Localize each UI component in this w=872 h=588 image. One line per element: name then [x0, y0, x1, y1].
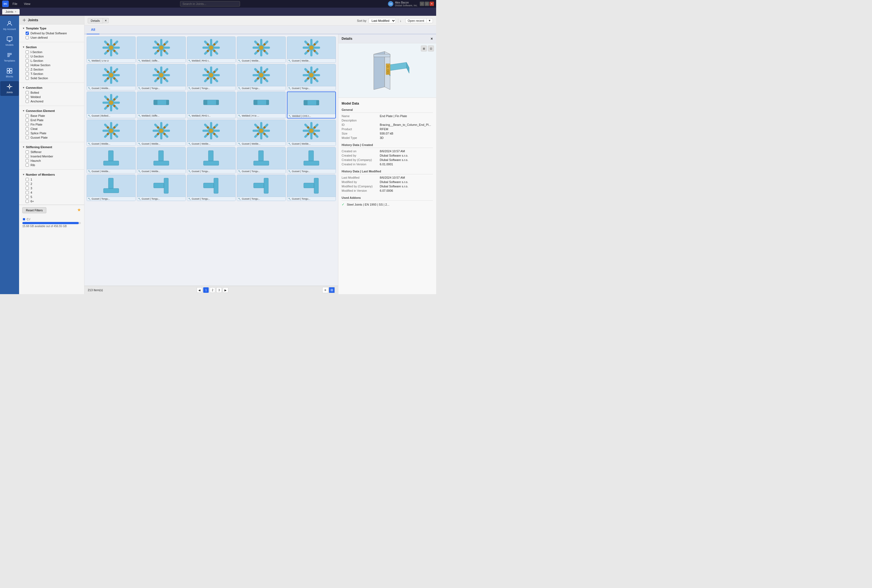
grid-item[interactable]: 🔧 Gusset | Tongu... [287, 64, 336, 90]
grid-item[interactable]: 🔧 Gusset | Welde... [87, 147, 136, 174]
grid-item[interactable]: 🔧 Gusset | Welde... [87, 120, 136, 146]
checkbox-lsection[interactable] [26, 59, 29, 62]
grid-item[interactable]: 🔧 Welded | U to U [87, 36, 136, 63]
grid-item[interactable]: 🔧 Gusset | Tongu... [187, 175, 236, 201]
checkbox-bolted[interactable] [26, 91, 29, 94]
sort-select[interactable]: Last Modified Name Date Created [369, 18, 396, 23]
image-btn-2[interactable]: ⊡ [428, 45, 434, 51]
details-close[interactable]: × [431, 36, 433, 41]
details-button[interactable]: Details [88, 18, 103, 23]
grid-item[interactable]: 🔧 Gusset | Tongu... [287, 175, 336, 201]
checkbox-2[interactable] [26, 182, 29, 186]
list-view-button[interactable]: ≡ [322, 287, 328, 293]
filter-item-userdefined[interactable]: User-defined [19, 35, 84, 40]
grid-item[interactable]: 🔧 Gusset | Tongu... [137, 64, 186, 90]
image-btn-1[interactable]: ⊞ [421, 45, 427, 51]
grid-item[interactable]: 🔧 Gusset | Tongu... [187, 64, 236, 90]
filter-item-hollowsection[interactable]: Hollow Section [19, 63, 84, 67]
filter-item-3[interactable]: 3 [19, 186, 84, 190]
sidebar-item-templates[interactable]: Templates [0, 50, 19, 64]
filter-item-finplate[interactable]: Fin Plate [19, 122, 84, 127]
checkbox-haunch[interactable] [26, 159, 29, 162]
filter-item-zsection[interactable]: Z-Section [19, 67, 84, 72]
grid-item[interactable]: 🔧 Gusset | Tongu... [287, 147, 336, 174]
filter-item-lsection[interactable]: L-Section [19, 58, 84, 63]
sidebar-item-blocks[interactable]: Blocks [0, 65, 19, 80]
filter-item-haunch[interactable]: Haunch [19, 159, 84, 163]
sidebar-item-myaccount[interactable]: My Account [0, 18, 19, 33]
filter-item-tsection[interactable]: T-Section [19, 72, 84, 76]
tab-all[interactable]: All [87, 26, 99, 34]
checkbox-solidsection[interactable] [26, 76, 29, 80]
filter-item-isection[interactable]: I-Section [19, 50, 84, 54]
checkbox-5[interactable] [26, 195, 29, 198]
grid-item[interactable]: 🔧 Gusset | Tongu... [187, 147, 236, 174]
prev-page-button[interactable]: ◀ [197, 287, 202, 293]
filter-item-5[interactable]: 5 [19, 195, 84, 199]
checkbox-stiffener[interactable] [26, 150, 29, 154]
checkbox-4[interactable] [26, 191, 29, 194]
filter-item-stiffener[interactable]: Stiffener [19, 150, 84, 154]
filter-item-6plus[interactable]: 6+ [19, 199, 84, 204]
grid-item[interactable]: 🔧 Gusset | Tongu... [237, 147, 286, 174]
checkbox-isection[interactable] [26, 50, 29, 54]
checkbox-spliceplate[interactable] [26, 132, 29, 135]
page-1-button[interactable]: 1 [203, 287, 209, 293]
filter-section-connectionelement-toggle[interactable]: ▼ Connection Element [19, 108, 84, 114]
sort-direction-button[interactable]: ↓ [398, 18, 403, 23]
grid-item[interactable]: 🔧 Welded | RHS t... [187, 36, 236, 63]
checkbox-welded[interactable] [26, 95, 29, 99]
checkbox-cleat[interactable] [26, 127, 29, 130]
filter-item-cleat[interactable]: Cleat [19, 127, 84, 131]
filter-item-welded[interactable]: Welded [19, 95, 84, 99]
grid-item[interactable]: 🔧 Welded | Stiffe... [137, 92, 186, 118]
grid-item[interactable]: 🔧 Gusset | Tongu... [237, 175, 286, 201]
filter-item-solidsection[interactable]: Solid Section [19, 76, 84, 80]
checkbox-endplate[interactable] [26, 118, 29, 122]
filter-section-section-toggle[interactable]: ▼ Section [19, 44, 84, 50]
filter-item-anchored[interactable]: Anchored [19, 99, 84, 104]
filter-section-nummembers-toggle[interactable]: ▼ Number of Members [19, 172, 84, 177]
joints-tab[interactable]: Joints × [2, 9, 20, 14]
menu-view[interactable]: View [23, 2, 32, 6]
grid-item[interactable]: 🔧 Gusset | Welde... [287, 120, 336, 146]
checkbox-zsection[interactable] [26, 68, 29, 71]
grid-item[interactable]: 🔧 Gusset | Welde... [187, 120, 236, 146]
checkbox-rib[interactable] [26, 164, 29, 166]
grid-item[interactable]: 🔧 Gusset | Tongu... [237, 64, 286, 90]
checkbox-anchored[interactable] [26, 100, 29, 103]
close-button[interactable]: ✕ [429, 2, 434, 6]
filter-item-rib[interactable]: Rib [19, 163, 84, 167]
checkbox-6plus[interactable] [26, 200, 29, 203]
filter-item-insertedmember[interactable]: Inserted Member [19, 154, 84, 159]
filter-item-dlubal[interactable]: Defined by Dlubal Software [19, 31, 84, 35]
details-dropdown-arrow[interactable]: ✕ [103, 18, 109, 23]
filter-item-endplate[interactable]: End Plate [19, 118, 84, 122]
grid-item[interactable]: 🔧 Gusset | Welde... [287, 36, 336, 63]
filter-section-stiffening-toggle[interactable]: ▼ Stiffening Element [19, 144, 84, 150]
filter-item-2[interactable]: 2 [19, 182, 84, 186]
reset-filters-button[interactable]: Reset Filters [23, 207, 46, 213]
minimize-button[interactable]: ─ [420, 2, 424, 6]
sort-dropdown[interactable]: Last Modified Name Date Created [369, 18, 396, 23]
page-2-button[interactable]: 2 [210, 287, 215, 293]
filter-item-baseplate[interactable]: Base Plate [19, 114, 84, 118]
checkbox-dlubal[interactable] [26, 32, 29, 35]
checkbox-tsection[interactable] [26, 72, 29, 75]
filter-item-1[interactable]: 1 [19, 177, 84, 182]
filter-item-gussetplate[interactable]: Gusset Plate [19, 135, 84, 140]
grid-item[interactable]: 🔧 Gusset | Welde... [137, 120, 186, 146]
open-recent-arrow[interactable]: ▼ [426, 18, 432, 22]
checkbox-hollowsection[interactable] [26, 63, 29, 67]
maximize-button[interactable]: □ [425, 2, 429, 6]
tab-close[interactable]: × [15, 10, 17, 13]
menu-file[interactable]: File [11, 2, 19, 6]
grid-item[interactable]: 🔧 Welded | Stiffe... [137, 36, 186, 63]
checkbox-insertedmember[interactable] [26, 155, 29, 158]
grid-item[interactable]: 🔧 Gusset | Bolted... [87, 92, 136, 118]
search-input[interactable] [180, 1, 240, 6]
grid-item[interactable]: 🔧 Gusset | Tongu... [87, 175, 136, 201]
filter-section-templatetype-toggle[interactable]: ▼ Template Type [19, 26, 84, 31]
filter-item-usection[interactable]: U-Section [19, 54, 84, 58]
filter-item-4[interactable]: 4 [19, 190, 84, 195]
